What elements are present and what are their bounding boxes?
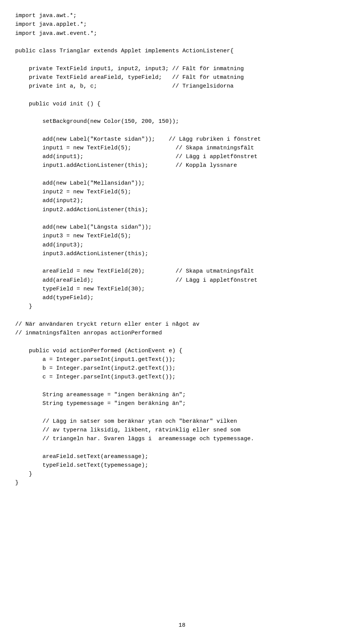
page-container: import java.awt.*; import java.applet.*;…: [0, 0, 364, 640]
page-number: 18: [0, 622, 364, 629]
code-block: import java.awt.*; import java.applet.*;…: [15, 11, 349, 488]
